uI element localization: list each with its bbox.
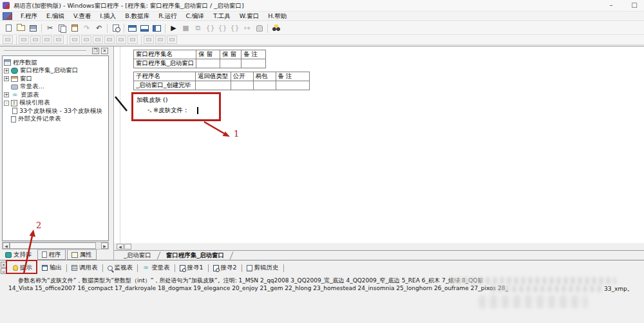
tree-item-module-refs[interactable]: - 模块引用表 xyxy=(4,99,107,108)
doc-tab-window-assembly[interactable]: 窗口程序集_启动窗口 xyxy=(160,251,230,260)
tab-call-table[interactable]: 调用表 xyxy=(67,264,102,272)
tree-item-window-assembly[interactable]: + 窗口程序集_启动窗口 xyxy=(4,67,107,75)
open-file-button[interactable] xyxy=(15,23,27,34)
center-horizontal-icon[interactable] xyxy=(70,35,80,44)
cell[interactable] xyxy=(276,81,309,90)
code-editor-area[interactable]: 窗口程序集名 保 留 保 留 备 注 窗口程序集_启动窗口 子程序名 返回值类型… xyxy=(114,46,644,243)
tree-item-window[interactable]: + 窗口 xyxy=(4,75,107,83)
tree-root[interactable]: 程序数据 xyxy=(4,59,107,67)
menu-help[interactable]: H.帮助 xyxy=(263,12,291,21)
step-into-button[interactable]: {} xyxy=(204,23,216,34)
menu-view[interactable]: V.查看 xyxy=(69,12,95,21)
doc-tab-startup-window[interactable]: _启动窗口 xyxy=(118,251,157,260)
expand-icon[interactable]: + xyxy=(4,68,9,73)
fit-width-icon[interactable] xyxy=(144,35,154,44)
cut-button[interactable]: ✂ xyxy=(44,23,56,34)
header-cell[interactable]: 子程序名 xyxy=(134,72,196,81)
assembly-name-cell[interactable]: 窗口程序集_启动窗口 xyxy=(134,59,196,68)
header-cell[interactable]: 备 注 xyxy=(242,50,266,59)
fit-height-icon[interactable] xyxy=(155,35,166,44)
copy-button[interactable] xyxy=(56,23,68,34)
dock-restore-icon[interactable] xyxy=(92,48,99,54)
same-width-icon[interactable] xyxy=(104,35,115,44)
tab-properties[interactable]: 属性 xyxy=(67,250,97,260)
expand-icon[interactable]: + xyxy=(4,92,9,97)
header-cell[interactable]: 返回值类型 xyxy=(196,72,231,81)
cell[interactable] xyxy=(220,59,242,68)
tree-item-constants[interactable]: 常量表… xyxy=(4,83,107,92)
scroll-right-icon[interactable] xyxy=(124,244,131,250)
align-top-icon[interactable] xyxy=(42,35,52,44)
document-icon xyxy=(12,108,17,114)
fit-size-icon[interactable] xyxy=(167,35,177,44)
window-tile-horizontal-button[interactable] xyxy=(138,23,151,34)
header-cell[interactable]: 保 留 xyxy=(220,50,242,59)
cell[interactable] xyxy=(196,81,231,90)
header-cell[interactable]: 备 注 xyxy=(276,72,309,81)
maximize-button[interactable]: □ xyxy=(626,1,643,10)
menu-window[interactable]: W.窗口 xyxy=(235,12,263,21)
tab-clip-history[interactable]: 剪辑历史 xyxy=(242,264,283,272)
window-cascade-button[interactable] xyxy=(126,23,138,34)
header-cell[interactable]: 公开 xyxy=(231,72,253,81)
tab-watch-table[interactable]: 监视表 xyxy=(103,264,138,272)
save-button[interactable] xyxy=(27,23,39,34)
new-file-button[interactable] xyxy=(3,23,15,34)
code-call-line[interactable]: 加载皮肤 () xyxy=(137,96,219,104)
window-tile-vertical-button[interactable] xyxy=(151,23,163,34)
form-grid-icon[interactable] xyxy=(3,35,13,44)
app-window: 易语言(加密狗版) - Windows窗口程序 - [程序集: 窗口程序集_启动… xyxy=(0,0,644,323)
center-vertical-icon[interactable] xyxy=(81,35,91,44)
scroll-right-icon[interactable] xyxy=(101,242,108,249)
menu-tools[interactable]: T.工具 xyxy=(209,12,235,21)
cell[interactable] xyxy=(231,81,253,90)
paste-button[interactable] xyxy=(68,23,80,34)
header-cell[interactable]: 保 留 xyxy=(196,50,220,59)
dock-drag-handle[interactable] xyxy=(4,50,86,52)
align-left-icon[interactable] xyxy=(19,35,29,44)
cell[interactable] xyxy=(253,81,276,90)
dock-close-icon[interactable] xyxy=(101,48,108,54)
tree-connector xyxy=(4,84,9,90)
scroll-left-icon[interactable] xyxy=(117,244,124,250)
collapse-icon[interactable]: - xyxy=(4,101,9,106)
tab-search2[interactable]: 搜寻2 xyxy=(209,264,242,272)
menu-database[interactable]: B.数据库 xyxy=(120,12,154,21)
cell[interactable] xyxy=(196,59,220,68)
tree-item-skin-module[interactable]: 33个皮肤模块 - 33个皮肤模块 xyxy=(4,107,107,115)
run-to-cursor-button[interactable]: ↦ xyxy=(241,23,253,34)
undo-button[interactable]: ↶ xyxy=(93,23,105,34)
step-over-button[interactable]: {} xyxy=(216,23,229,34)
menu-program[interactable]: F.程序 xyxy=(16,12,42,21)
cell[interactable] xyxy=(242,59,266,68)
align-bottom-icon[interactable] xyxy=(53,35,64,44)
expand-icon[interactable]: + xyxy=(4,76,9,81)
header-cell[interactable]: 窗口程序集名 xyxy=(134,50,196,59)
menu-compile[interactable]: C.编译 xyxy=(181,12,209,21)
search-command-button[interactable] xyxy=(270,23,282,34)
step-out-button[interactable]: {} xyxy=(229,23,241,34)
header-cell[interactable]: 易包 xyxy=(253,72,276,81)
menu-edit[interactable]: E.编辑 xyxy=(42,12,69,21)
equal-horizontal-space-icon[interactable] xyxy=(116,35,126,44)
subroutine-name-cell[interactable]: _启动窗口_创建完毕 xyxy=(134,81,196,90)
redo-button[interactable]: ↷ xyxy=(80,23,93,34)
run-button[interactable]: ▶ xyxy=(167,23,180,34)
code-param-line[interactable]: ※皮肤文件： xyxy=(147,106,219,115)
tree-connector xyxy=(4,117,9,122)
pause-button[interactable] xyxy=(253,23,265,34)
stop-button[interactable]: ■ xyxy=(180,23,192,34)
align-right-icon[interactable] xyxy=(30,35,41,44)
tree-item-resources[interactable]: + 资源表 xyxy=(4,91,107,99)
tab-variables-table[interactable]: 变量表 xyxy=(138,264,175,272)
find-button[interactable] xyxy=(109,23,122,34)
equal-vertical-space-icon[interactable] xyxy=(128,35,138,44)
menu-insert[interactable]: I.插入 xyxy=(95,12,120,21)
minimize-button[interactable]: – xyxy=(603,1,620,10)
tree-item-external-files[interactable]: 外部文件记录表 xyxy=(4,115,107,124)
menu-run[interactable]: R.运行 xyxy=(154,12,181,21)
same-height-icon[interactable] xyxy=(93,35,103,44)
tab-search1[interactable]: 搜寻1 xyxy=(175,264,208,272)
scroll-left-icon[interactable] xyxy=(3,242,10,249)
debug-window-button[interactable]: ⧉ xyxy=(192,23,204,34)
